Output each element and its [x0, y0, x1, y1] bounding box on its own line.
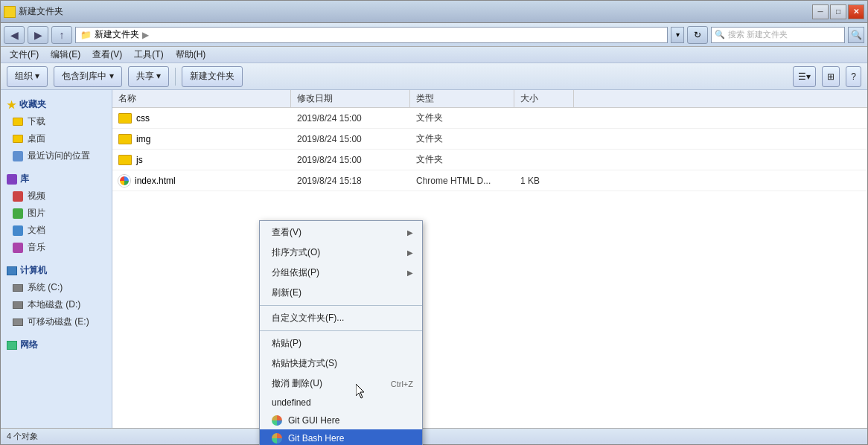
col-header-type[interactable]: 类型 — [410, 90, 514, 107]
sidebar-item-music[interactable]: 音乐 — [1, 239, 112, 256]
submenu-arrow-icon: ▶ — [407, 228, 413, 237]
search-submit-button[interactable]: 🔍 — [848, 27, 864, 43]
sidebar-item-video[interactable]: 视频 — [1, 188, 112, 205]
col-header-size[interactable]: 大小 — [514, 90, 574, 107]
forward-button[interactable]: ▶ — [28, 26, 48, 44]
ctx-item-label: Git Bash Here — [288, 433, 344, 444]
file-type-cell: 文件夹 — [410, 153, 514, 166]
sidebar-item-recent[interactable]: 最近访问的位置 — [1, 147, 112, 164]
table-row[interactable]: css 2019/8/24 15:00 文件夹 — [112, 108, 867, 129]
file-name: index.html — [135, 176, 176, 186]
file-name-cell: css — [112, 113, 291, 124]
preview-pane-button[interactable]: ⊞ — [822, 66, 840, 87]
col-header-name[interactable]: 名称 — [112, 90, 291, 107]
computer-icon — [7, 266, 17, 275]
chrome-icon — [118, 175, 130, 187]
sidebar-item-drive-c[interactable]: 系统 (C:) — [1, 279, 112, 296]
sidebar-item-documents[interactable]: 文档 — [1, 222, 112, 239]
sidebar-item-drive-e[interactable]: 可移动磁盘 (E:) — [1, 313, 112, 330]
new-folder-button[interactable]: 新建文件夹 — [182, 66, 243, 87]
help-button[interactable]: ? — [846, 66, 861, 87]
table-row[interactable]: img 2019/8/24 15:00 文件夹 — [112, 129, 867, 150]
file-name-cell: js — [112, 155, 291, 165]
computer-label: 计算机 — [20, 264, 47, 277]
submenu-arrow-icon: ▶ — [407, 249, 413, 257]
folder-icon — [118, 155, 132, 165]
organize-button[interactable]: 组织 ▾ — [7, 66, 48, 87]
lib-icon — [7, 174, 17, 185]
organize-label: 组织 ▾ — [15, 70, 39, 83]
video-label: 视频 — [28, 190, 45, 202]
context-menu-item-git-gui[interactable]: Git GUI Here — [260, 412, 422, 429]
sidebar-network-title[interactable]: 网络 — [1, 336, 112, 353]
share-button[interactable]: 共享 ▾ — [128, 66, 169, 87]
content-area: ★ 收藏夹 下载 桌面 最近访问的位置 — [1, 90, 867, 428]
menu-help[interactable]: 帮助(H) — [170, 47, 212, 63]
menu-view[interactable]: 查看(V) — [86, 47, 128, 63]
col-header-date[interactable]: 修改日期 — [291, 90, 410, 107]
ctx-item-label: 粘贴快捷方式(S) — [272, 357, 337, 370]
context-menu-item-group[interactable]: 分组依据(P) ▶ — [260, 263, 422, 283]
table-row[interactable]: js 2019/8/24 15:00 文件夹 — [112, 150, 867, 170]
menu-bar: 文件(F) 编辑(E) 查看(V) 工具(T) 帮助(H) — [1, 47, 867, 63]
title-bar-controls: ─ □ ✕ — [812, 4, 864, 19]
include-library-button[interactable]: 包含到库中 ▾ — [54, 66, 121, 87]
table-row[interactable]: index.html 2019/8/24 15:18 Chrome HTML D… — [112, 170, 867, 191]
status-bar: 4 个对象 — [1, 428, 867, 444]
address-bar: ◀ ▶ ↑ 📁 新建文件夹 ▶ ▾ ↻ 🔍 搜索 新建文件夹 🔍 — [1, 23, 867, 47]
view-toggle-button[interactable]: ☰▾ — [793, 66, 816, 87]
sidebar-item-drive-d[interactable]: 本地磁盘 (D:) — [1, 296, 112, 313]
sidebar-item-pictures[interactable]: 图片 — [1, 205, 112, 222]
new-folder-label: 新建文件夹 — [190, 70, 234, 83]
context-menu-item-paste-shortcut[interactable]: 粘贴快捷方式(S) — [260, 353, 422, 374]
sidebar-item-download[interactable]: 下载 — [1, 113, 112, 130]
sidebar: ★ 收藏夹 下载 桌面 最近访问的位置 — [1, 90, 112, 428]
ctx-item-left: 查看(V) — [272, 226, 301, 239]
menu-file[interactable]: 文件(F) — [4, 47, 45, 63]
path-dropdown-button[interactable]: ▾ — [671, 27, 684, 43]
recent-icon — [13, 151, 23, 161]
file-type-cell: 文件夹 — [410, 112, 514, 124]
ctx-item-label: 排序方式(O) — [272, 246, 320, 259]
context-menu-item-paste[interactable]: 粘贴(P) — [260, 333, 422, 353]
context-menu-item-git-bash[interactable]: Git Bash Here — [260, 429, 422, 445]
recent-label: 最近访问的位置 — [28, 150, 90, 162]
menu-edit[interactable]: 编辑(E) — [45, 47, 86, 63]
minimize-button[interactable]: ─ — [812, 4, 829, 19]
file-date-cell: 2019/8/24 15:00 — [291, 113, 410, 124]
file-list-header: 名称 修改日期 类型 大小 — [112, 90, 867, 108]
search-box[interactable]: 🔍 搜索 新建文件夹 — [711, 27, 845, 43]
menu-tools[interactable]: 工具(T) — [128, 47, 169, 63]
context-menu-item-undo[interactable]: 撤消 删除(U) Ctrl+Z — [260, 374, 422, 394]
sidebar-favorites-title[interactable]: ★ 收藏夹 — [1, 96, 112, 113]
sidebar-libraries-title[interactable]: 库 — [1, 170, 112, 188]
back-button[interactable]: ◀ — [4, 26, 25, 44]
context-menu-item-sort[interactable]: 排序方式(O) ▶ — [260, 243, 422, 263]
submenu-arrow-icon: ▶ — [407, 269, 413, 277]
up-button[interactable]: ↑ — [51, 26, 72, 44]
ctx-item-left: 分组依据(P) — [272, 266, 319, 279]
network-label: 网络 — [20, 339, 38, 351]
pictures-label: 图片 — [28, 207, 45, 220]
sidebar-computer-section: 计算机 系统 (C:) 本地磁盘 (D:) 可移动磁盘 (E:) — [1, 262, 112, 330]
file-date-cell: 2019/8/24 15:00 — [291, 155, 410, 165]
download-label: 下载 — [28, 115, 45, 128]
network-icon — [7, 341, 17, 350]
context-menu: 查看(V) ▶ 排序方式(O) ▶ 分组依据(P) ▶ 刷新(E) 自定义文件夹… — [259, 220, 423, 445]
ctx-item-label: 刷新(E) — [272, 286, 301, 299]
close-button[interactable]: ✕ — [848, 4, 864, 19]
sidebar-item-desktop[interactable]: 桌面 — [1, 130, 112, 147]
context-menu-item-view[interactable]: 查看(V) ▶ — [260, 222, 422, 243]
maximize-button[interactable]: □ — [830, 4, 846, 19]
git-icon — [272, 415, 282, 426]
favorites-label: 收藏夹 — [19, 98, 46, 111]
file-name: css — [136, 113, 150, 124]
ctx-item-label: Git GUI Here — [288, 415, 339, 426]
context-menu-item-refresh[interactable]: 刷新(E) — [260, 283, 422, 303]
context-menu-item-undefined[interactable]: undefined — [260, 394, 422, 412]
address-path[interactable]: 📁 新建文件夹 ▶ — [75, 27, 668, 43]
refresh-button[interactable]: ↻ — [687, 26, 708, 44]
context-menu-item-customize[interactable]: 自定义文件夹(F)... — [260, 308, 422, 328]
sidebar-computer-title[interactable]: 计算机 — [1, 262, 112, 279]
ctx-item-left: 刷新(E) — [272, 286, 301, 299]
